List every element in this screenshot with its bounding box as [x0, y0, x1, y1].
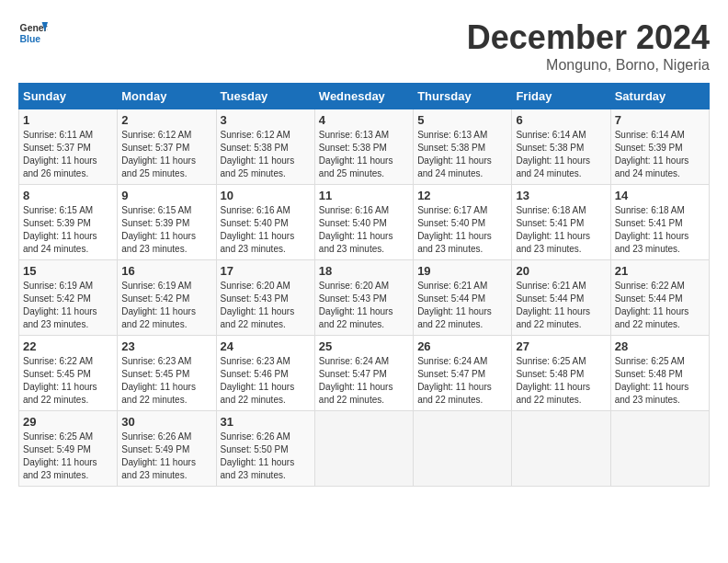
day-number: 22	[23, 339, 113, 353]
day-number: 17	[221, 264, 311, 278]
day-info: Sunrise: 6:21 AM Sunset: 5:44 PM Dayligh…	[417, 280, 507, 331]
calendar-cell: 4 Sunrise: 6:13 AM Sunset: 5:38 PM Dayli…	[314, 109, 413, 185]
calendar-cell: 14 Sunrise: 6:18 AM Sunset: 5:41 PM Dayl…	[610, 185, 709, 260]
day-number: 31	[221, 415, 311, 429]
title-block: December 2024 Monguno, Borno, Nigeria	[467, 18, 710, 74]
day-info: Sunrise: 6:25 AM Sunset: 5:48 PM Dayligh…	[615, 355, 705, 407]
day-number: 8	[23, 189, 113, 202]
day-number: 29	[23, 415, 113, 429]
day-number: 6	[516, 113, 606, 127]
day-info: Sunrise: 6:22 AM Sunset: 5:45 PM Dayligh…	[23, 355, 113, 407]
calendar-cell: 21 Sunrise: 6:22 AM Sunset: 5:44 PM Dayl…	[610, 260, 709, 336]
day-info: Sunrise: 6:20 AM Sunset: 5:43 PM Dayligh…	[221, 280, 311, 331]
day-info: Sunrise: 6:16 AM Sunset: 5:40 PM Dayligh…	[221, 204, 311, 256]
day-info: Sunrise: 6:22 AM Sunset: 5:44 PM Dayligh…	[615, 280, 705, 331]
location-title: Monguno, Borno, Nigeria	[467, 57, 710, 74]
day-number: 30	[121, 415, 211, 429]
calendar-cell: 11 Sunrise: 6:16 AM Sunset: 5:40 PM Dayl…	[314, 185, 413, 260]
day-number: 10	[221, 189, 311, 202]
day-number: 26	[417, 339, 507, 353]
calendar-cell: 9 Sunrise: 6:15 AM Sunset: 5:39 PM Dayli…	[118, 185, 216, 260]
day-number: 20	[516, 264, 606, 278]
day-number: 28	[615, 339, 705, 353]
calendar-cell: 20 Sunrise: 6:21 AM Sunset: 5:44 PM Dayl…	[512, 260, 610, 336]
calendar-week-row: 15 Sunrise: 6:19 AM Sunset: 5:42 PM Dayl…	[19, 260, 710, 336]
day-info: Sunrise: 6:12 AM Sunset: 5:38 PM Dayligh…	[221, 129, 311, 180]
calendar-cell: 15 Sunrise: 6:19 AM Sunset: 5:42 PM Dayl…	[19, 260, 118, 336]
calendar-cell: 25 Sunrise: 6:24 AM Sunset: 5:47 PM Dayl…	[314, 336, 413, 411]
day-number: 1	[23, 113, 113, 127]
calendar-cell: 3 Sunrise: 6:12 AM Sunset: 5:38 PM Dayli…	[216, 109, 314, 185]
calendar-cell: 6 Sunrise: 6:14 AM Sunset: 5:38 PM Dayli…	[512, 109, 610, 185]
calendar-cell: 17 Sunrise: 6:20 AM Sunset: 5:43 PM Dayl…	[216, 260, 314, 336]
calendar-cell	[512, 411, 610, 487]
header-wednesday: Wednesday	[314, 84, 413, 109]
calendar-cell: 2 Sunrise: 6:12 AM Sunset: 5:37 PM Dayli…	[118, 109, 216, 185]
day-info: Sunrise: 6:15 AM Sunset: 5:39 PM Dayligh…	[121, 204, 211, 256]
day-number: 18	[319, 264, 409, 278]
header-friday: Friday	[512, 84, 610, 109]
day-number: 15	[23, 264, 113, 278]
day-number: 4	[319, 113, 409, 127]
calendar-cell	[610, 411, 709, 487]
header-saturday: Saturday	[610, 84, 709, 109]
day-number: 3	[221, 113, 311, 127]
day-info: Sunrise: 6:19 AM Sunset: 5:42 PM Dayligh…	[121, 280, 211, 331]
calendar-cell	[414, 411, 512, 487]
calendar-cell: 19 Sunrise: 6:21 AM Sunset: 5:44 PM Dayl…	[414, 260, 512, 336]
header-thursday: Thursday	[414, 84, 512, 109]
calendar-cell: 24 Sunrise: 6:23 AM Sunset: 5:46 PM Dayl…	[216, 336, 314, 411]
calendar-week-row: 1 Sunrise: 6:11 AM Sunset: 5:37 PM Dayli…	[19, 109, 710, 185]
day-info: Sunrise: 6:18 AM Sunset: 5:41 PM Dayligh…	[615, 204, 705, 256]
month-title: December 2024	[467, 18, 710, 57]
day-number: 12	[417, 189, 507, 202]
calendar-cell: 5 Sunrise: 6:13 AM Sunset: 5:38 PM Dayli…	[414, 109, 512, 185]
day-info: Sunrise: 6:13 AM Sunset: 5:38 PM Dayligh…	[417, 129, 507, 180]
calendar-cell: 10 Sunrise: 6:16 AM Sunset: 5:40 PM Dayl…	[216, 185, 314, 260]
day-number: 27	[516, 339, 606, 353]
calendar-cell: 13 Sunrise: 6:18 AM Sunset: 5:41 PM Dayl…	[512, 185, 610, 260]
day-number: 16	[121, 264, 211, 278]
calendar-table: SundayMondayTuesdayWednesdayThursdayFrid…	[18, 83, 710, 487]
day-info: Sunrise: 6:16 AM Sunset: 5:40 PM Dayligh…	[319, 204, 409, 256]
calendar-cell: 31 Sunrise: 6:26 AM Sunset: 5:50 PM Dayl…	[216, 411, 314, 487]
calendar-week-row: 22 Sunrise: 6:22 AM Sunset: 5:45 PM Dayl…	[19, 336, 710, 411]
day-info: Sunrise: 6:17 AM Sunset: 5:40 PM Dayligh…	[417, 204, 507, 256]
calendar-cell: 30 Sunrise: 6:26 AM Sunset: 5:49 PM Dayl…	[118, 411, 216, 487]
day-info: Sunrise: 6:14 AM Sunset: 5:38 PM Dayligh…	[516, 129, 606, 180]
calendar-cell: 26 Sunrise: 6:24 AM Sunset: 5:47 PM Dayl…	[414, 336, 512, 411]
calendar-cell: 7 Sunrise: 6:14 AM Sunset: 5:39 PM Dayli…	[610, 109, 709, 185]
day-info: Sunrise: 6:19 AM Sunset: 5:42 PM Dayligh…	[23, 280, 113, 331]
calendar-week-row: 8 Sunrise: 6:15 AM Sunset: 5:39 PM Dayli…	[19, 185, 710, 260]
calendar-week-row: 29 Sunrise: 6:25 AM Sunset: 5:49 PM Dayl…	[19, 411, 710, 487]
calendar-cell: 12 Sunrise: 6:17 AM Sunset: 5:40 PM Dayl…	[414, 185, 512, 260]
day-number: 13	[516, 189, 606, 202]
calendar-cell: 16 Sunrise: 6:19 AM Sunset: 5:42 PM Dayl…	[118, 260, 216, 336]
day-info: Sunrise: 6:21 AM Sunset: 5:44 PM Dayligh…	[516, 280, 606, 331]
day-number: 23	[121, 339, 211, 353]
day-number: 21	[615, 264, 705, 278]
calendar-cell: 28 Sunrise: 6:25 AM Sunset: 5:48 PM Dayl…	[610, 336, 709, 411]
day-info: Sunrise: 6:23 AM Sunset: 5:45 PM Dayligh…	[121, 355, 211, 407]
calendar-cell: 8 Sunrise: 6:15 AM Sunset: 5:39 PM Dayli…	[19, 185, 118, 260]
header-monday: Monday	[118, 84, 216, 109]
calendar-header-row: SundayMondayTuesdayWednesdayThursdayFrid…	[19, 84, 710, 109]
day-number: 25	[319, 339, 409, 353]
calendar-cell: 1 Sunrise: 6:11 AM Sunset: 5:37 PM Dayli…	[19, 109, 118, 185]
day-number: 9	[121, 189, 211, 202]
calendar-cell: 23 Sunrise: 6:23 AM Sunset: 5:45 PM Dayl…	[118, 336, 216, 411]
day-info: Sunrise: 6:20 AM Sunset: 5:43 PM Dayligh…	[319, 280, 409, 331]
calendar-cell: 22 Sunrise: 6:22 AM Sunset: 5:45 PM Dayl…	[19, 336, 118, 411]
calendar-cell	[314, 411, 413, 487]
header-sunday: Sunday	[19, 84, 118, 109]
day-info: Sunrise: 6:18 AM Sunset: 5:41 PM Dayligh…	[516, 204, 606, 256]
svg-text:Blue: Blue	[20, 34, 41, 44]
day-info: Sunrise: 6:11 AM Sunset: 5:37 PM Dayligh…	[23, 129, 113, 180]
logo-icon: General Blue	[18, 18, 48, 48]
day-info: Sunrise: 6:26 AM Sunset: 5:49 PM Dayligh…	[121, 431, 211, 482]
calendar-cell: 18 Sunrise: 6:20 AM Sunset: 5:43 PM Dayl…	[314, 260, 413, 336]
header-tuesday: Tuesday	[216, 84, 314, 109]
day-info: Sunrise: 6:13 AM Sunset: 5:38 PM Dayligh…	[319, 129, 409, 180]
day-number: 7	[615, 113, 705, 127]
day-number: 2	[121, 113, 211, 127]
